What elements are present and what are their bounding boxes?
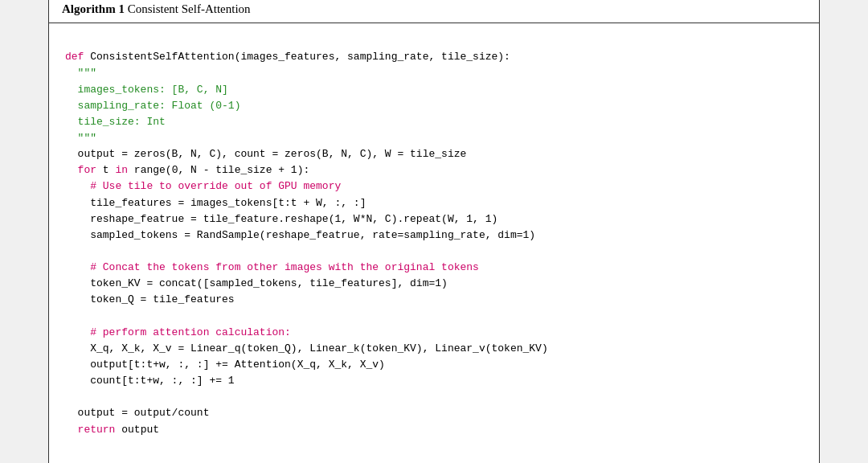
code-line: """ bbox=[65, 130, 803, 146]
code-line: sampling_rate: Float (0-1) bbox=[65, 98, 803, 114]
code-block: def ConsistentSelfAttention(images_featu… bbox=[49, 23, 819, 463]
code-line: def ConsistentSelfAttention(images_featu… bbox=[65, 49, 803, 65]
code-line: return output bbox=[65, 422, 803, 438]
code-line bbox=[65, 309, 803, 325]
code-line: tile_size: Int bbox=[65, 114, 803, 130]
code-line: reshape_featrue = tile_feature.reshape(1… bbox=[65, 211, 803, 227]
code-line bbox=[65, 389, 803, 405]
code-line: tile_features = images_tokens[t:t + W, :… bbox=[65, 195, 803, 211]
code-line bbox=[65, 33, 803, 49]
algorithm-box: Algorithm 1 Consistent Self-Attention de… bbox=[48, 0, 820, 463]
code-line: sampled_tokens = RandSample(reshape_feat… bbox=[65, 227, 803, 244]
code-line: # Concat the tokens from other images wi… bbox=[65, 260, 803, 276]
algorithm-header: Algorithm 1 Consistent Self-Attention bbox=[49, 0, 819, 23]
code-line: images_tokens: [B, C, N] bbox=[65, 82, 803, 98]
code-line: for t in range(0, N - tile_size + 1): bbox=[65, 162, 803, 178]
code-line: # Use tile to override out of GPU memory bbox=[65, 178, 803, 195]
code-line: output = output/count bbox=[65, 405, 803, 421]
algorithm-title: Consistent Self-Attention bbox=[128, 2, 251, 15]
code-line: token_KV = concat([sampled_tokens, tile_… bbox=[65, 276, 803, 292]
code-line bbox=[65, 438, 803, 454]
code-line: X_q, X_k, X_v = Linear_q(token_Q), Linea… bbox=[65, 341, 803, 357]
code-line: # perform attention calculation: bbox=[65, 325, 803, 341]
code-line: output = zeros(B, N, C), count = zeros(B… bbox=[65, 146, 803, 162]
code-line: """ bbox=[65, 65, 803, 81]
code-line: count[t:t+w, :, :] += 1 bbox=[65, 373, 803, 389]
code-line bbox=[65, 244, 803, 260]
code-line: token_Q = tile_features bbox=[65, 292, 803, 308]
algorithm-label: Algorithm 1 bbox=[62, 2, 125, 15]
code-line: output[t:t+w, :, :] += Attention(X_q, X_… bbox=[65, 357, 803, 373]
